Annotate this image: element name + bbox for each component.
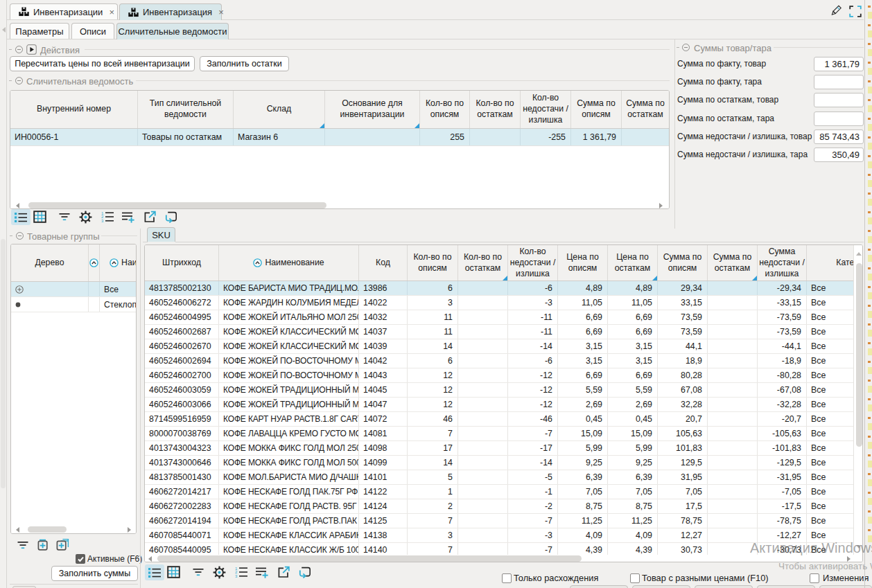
- column-header[interactable]: Кол-во по описям: [420, 91, 470, 128]
- column-header[interactable]: Цена по описям: [558, 245, 608, 280]
- filter-button[interactable]: [57, 209, 72, 224]
- column-header[interactable]: Код: [359, 245, 408, 280]
- column-header[interactable]: Тип сличительной ведомости: [138, 91, 234, 128]
- window-tab-2[interactable]: Инвентаризация×: [119, 3, 222, 20]
- compare-hscrollbar[interactable]: [10, 201, 669, 209]
- table-row[interactable]: 4013743000646КОФЕ МОККА ФИКС ГОЛД МОЛ 50…: [145, 456, 862, 470]
- refresh-icon[interactable]: [164, 211, 178, 223]
- play-box-icon[interactable]: [26, 44, 37, 57]
- column-header[interactable]: Основание для инвентаризации: [325, 91, 420, 128]
- numbered-list-icon[interactable]: 1 2 3: [101, 211, 114, 223]
- table-row[interactable]: 4606272002283КОФЕ НЕСКАФЕ ГОЛД РАСТВ. 95…: [145, 499, 862, 514]
- column-header[interactable]: Сумма по описям: [658, 245, 708, 280]
- column-header[interactable]: Кол-во недостачи / излишка: [521, 91, 571, 128]
- column-header[interactable]: Сумма по остаткам: [708, 245, 758, 280]
- edit-pencil-icon[interactable]: [830, 5, 842, 19]
- tab-compare-sheets[interactable]: Сличительные ведомости: [116, 23, 229, 39]
- sum-field-input[interactable]: 1 361,79: [814, 57, 864, 71]
- sums-panel-splitter[interactable]: [674, 39, 675, 229]
- table-row[interactable]: 4813785002130КОФЕ БАРИСТА МИО ТРАДИЦ.МОЛ…: [145, 281, 862, 296]
- grid-view-button[interactable]: [166, 564, 181, 580]
- maximize-icon[interactable]: [849, 6, 862, 19]
- column-header[interactable]: Внутренний номер: [10, 91, 138, 128]
- open-external-button[interactable]: [142, 209, 157, 224]
- list-view-icon[interactable]: [148, 567, 162, 579]
- table-row[interactable]: 4013743004323КОФЕ МОККА ФИКС ГОЛД МОЛ 25…: [145, 441, 862, 456]
- column-header[interactable]: Кол-во по остаткам: [458, 245, 508, 280]
- left-splitter-strip[interactable]: [0, 0, 7, 588]
- numbered-list-button[interactable]: 1 2 3: [234, 564, 249, 580]
- column-header[interactable]: Цена по остаткам: [608, 245, 658, 280]
- filter-checkbox-row[interactable]: Изменения: [810, 573, 869, 583]
- scroll-right-icon[interactable]: [128, 527, 131, 533]
- checkbox-unchecked-icon[interactable]: [502, 573, 512, 583]
- table-row[interactable]: 8000070038769КОФЕ ЛАВАЦЦА КРЕМО ГУСТО МО…: [145, 427, 862, 441]
- grid-view-icon[interactable]: [167, 566, 180, 578]
- cutoff-button[interactable]: [695, 585, 753, 588]
- column-header[interactable]: Кол-во по описям: [408, 245, 458, 280]
- compare-hscroll-thumb[interactable]: [28, 202, 326, 208]
- table-row[interactable]: 4605246003059КОФЕ ЖОКЕЙ ТРАДИЦИОННЫЙ МОЛ…: [145, 383, 862, 398]
- boxes-plus-button[interactable]: [55, 537, 71, 553]
- scroll-right-icon[interactable]: [659, 203, 663, 208]
- filter-icon[interactable]: [192, 567, 204, 578]
- expand-plus-icon[interactable]: [15, 285, 24, 294]
- table-row[interactable]: 4606272014217КОФЕ НЕСКАФЕ ГОЛД ПАК.75Г Р…: [145, 485, 862, 499]
- sku-vscroll-thumb[interactable]: [856, 263, 862, 447]
- sum-field-input[interactable]: [814, 75, 864, 89]
- box-plus-icon[interactable]: [37, 539, 49, 551]
- collapse-group-icon[interactable]: [16, 232, 24, 240]
- checkbox-unchecked-icon[interactable]: [630, 573, 640, 583]
- table-row[interactable]: ИН00056-1Товары по остаткамМагазин 6255-…: [10, 129, 669, 146]
- gear-button[interactable]: [211, 564, 227, 580]
- fill-sums-button[interactable]: Заполнить суммы: [51, 566, 138, 581]
- table-row[interactable]: 4605246004995КОФЕ ЖОКЕЙ ИТАЛЬЯНО МОЛ 250…: [145, 310, 862, 325]
- sum-field-input[interactable]: 350,49: [814, 148, 864, 162]
- collapse-group-icon[interactable]: [15, 77, 23, 84]
- gear-icon[interactable]: [79, 211, 92, 224]
- table-row[interactable]: 4813785001430КОФЕ МОЛ.БАРИСТА МИО Д/ЧАШК…: [145, 470, 862, 485]
- tree-row[interactable]: Стеклопосуда: [11, 297, 136, 312]
- numbered-list-icon[interactable]: 1 2 3: [234, 566, 248, 578]
- scroll-up-icon[interactable]: [856, 252, 862, 256]
- column-header[interactable]: Штрихкод: [145, 245, 219, 280]
- open-external-icon[interactable]: [143, 211, 157, 223]
- table-row[interactable]: 4605246006272КОФЕ ЖАРДИН КОЛУМБИЯ МЕДЕЛЬ…: [145, 296, 862, 310]
- numbered-list-button[interactable]: 1 2 3: [100, 209, 115, 224]
- list-view-button[interactable]: [11, 209, 30, 225]
- tab-parameters[interactable]: Параметры: [10, 23, 69, 39]
- refresh-icon[interactable]: [298, 566, 312, 578]
- filter-icon[interactable]: [58, 211, 71, 222]
- dot-icon[interactable]: [15, 302, 21, 308]
- tree-sort-cell[interactable]: [89, 244, 100, 281]
- tree-hscroll-thumb[interactable]: [28, 526, 67, 533]
- sort-asc-icon[interactable]: [253, 258, 262, 267]
- sum-field-input[interactable]: [814, 93, 864, 107]
- collapse-group-icon[interactable]: [682, 44, 690, 51]
- table-row[interactable]: 4605246002670КОФЕ ЖОКЕЙ КЛАССИЧЕСКИЙ МОЛ…: [145, 339, 862, 354]
- add-row-icon[interactable]: [121, 211, 135, 223]
- close-tab-icon[interactable]: ×: [107, 8, 114, 17]
- grid-view-button[interactable]: [32, 209, 47, 224]
- table-row[interactable]: 4605246002694КОФЕ ЖОКЕЙ ПО-ВОСТОЧНОМУ МО…: [145, 354, 862, 368]
- sku-vscrollbar[interactable]: [853, 245, 863, 555]
- tab-inventories[interactable]: Описи: [71, 23, 114, 39]
- collapse-left-icon[interactable]: [2, 27, 6, 33]
- fill-remainders-button[interactable]: Заполнить остатки: [200, 56, 289, 71]
- cutoff-button[interactable]: [757, 585, 815, 588]
- scroll-left-icon[interactable]: [148, 556, 152, 562]
- sum-field-input[interactable]: [814, 112, 864, 126]
- filter-checkbox-row[interactable]: Только расхождения: [502, 573, 598, 583]
- gear-icon[interactable]: [213, 566, 226, 579]
- boxes-icon[interactable]: [19, 7, 29, 17]
- list-view-icon[interactable]: [14, 211, 28, 224]
- open-external-icon[interactable]: [277, 566, 290, 578]
- sku-hscroll-thumb[interactable]: [157, 555, 582, 562]
- tree-hscrollbar[interactable]: [11, 525, 136, 534]
- tree-panel-splitter[interactable]: [140, 229, 141, 588]
- active-checkbox-row[interactable]: Активные (F6): [76, 554, 142, 564]
- box-plus-button[interactable]: [35, 537, 51, 553]
- table-row[interactable]: 4605246003066КОФЕ ЖОКЕЙ ТРАДИЦИОННЫЙ МОЛ…: [145, 398, 862, 412]
- refresh-button[interactable]: [297, 564, 313, 580]
- grid-view-icon[interactable]: [33, 211, 46, 223]
